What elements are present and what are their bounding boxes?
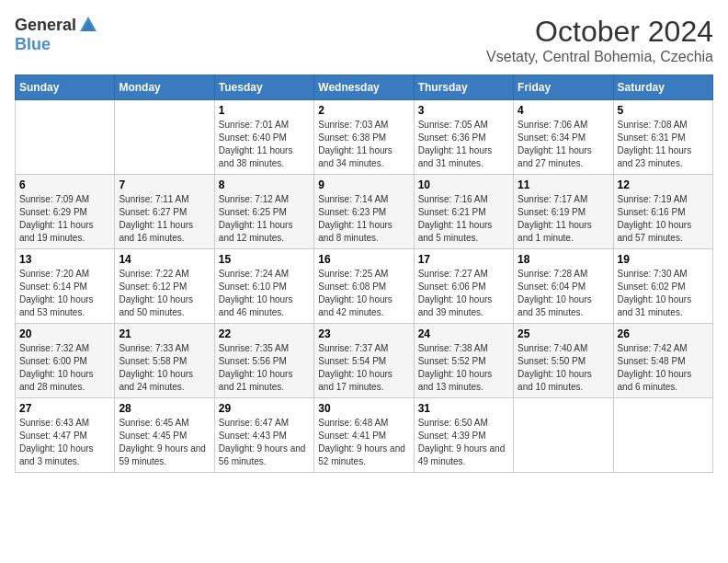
day-info: Sunrise: 6:48 AM Sunset: 4:41 PM Dayligh…	[318, 417, 409, 468]
calendar-cell: 30Sunrise: 6:48 AM Sunset: 4:41 PM Dayli…	[314, 398, 414, 473]
day-info: Sunrise: 7:14 AM Sunset: 6:23 PM Dayligh…	[318, 193, 409, 245]
calendar-cell: 20Sunrise: 7:32 AM Sunset: 6:00 PM Dayli…	[16, 324, 115, 398]
day-info: Sunrise: 7:19 AM Sunset: 6:16 PM Dayligh…	[618, 193, 709, 245]
calendar-cell: 21Sunrise: 7:33 AM Sunset: 5:58 PM Dayli…	[115, 324, 214, 398]
col-header-sunday: Sunday	[16, 75, 115, 100]
day-info: Sunrise: 7:32 AM Sunset: 6:00 PM Dayligh…	[19, 342, 110, 394]
logo-blue-text: Blue	[15, 35, 51, 54]
calendar-cell: 6Sunrise: 7:09 AM Sunset: 6:29 PM Daylig…	[16, 175, 115, 249]
logo: General Blue	[15, 15, 100, 54]
calendar-cell: 15Sunrise: 7:24 AM Sunset: 6:10 PM Dayli…	[214, 249, 313, 324]
day-info: Sunrise: 7:38 AM Sunset: 5:52 PM Dayligh…	[418, 342, 509, 394]
calendar-cell: 10Sunrise: 7:16 AM Sunset: 6:21 PM Dayli…	[414, 175, 513, 249]
day-number: 23	[318, 327, 409, 340]
day-number: 11	[518, 178, 609, 191]
day-number: 12	[618, 178, 709, 191]
day-number: 24	[418, 327, 509, 340]
col-header-wednesday: Wednesday	[314, 75, 414, 100]
day-info: Sunrise: 7:35 AM Sunset: 5:56 PM Dayligh…	[219, 342, 310, 394]
day-info: Sunrise: 6:50 AM Sunset: 4:39 PM Dayligh…	[418, 417, 509, 468]
day-info: Sunrise: 7:01 AM Sunset: 6:40 PM Dayligh…	[219, 119, 310, 170]
calendar-cell: 16Sunrise: 7:25 AM Sunset: 6:08 PM Dayli…	[314, 249, 414, 324]
day-info: Sunrise: 7:25 AM Sunset: 6:08 PM Dayligh…	[318, 268, 409, 319]
calendar-cell: 14Sunrise: 7:22 AM Sunset: 6:12 PM Dayli…	[115, 249, 214, 324]
day-number: 26	[618, 327, 709, 340]
day-number: 2	[318, 104, 409, 117]
day-number: 1	[219, 104, 310, 117]
calendar-table: SundayMondayTuesdayWednesdayThursdayFrid…	[15, 75, 713, 473]
day-info: Sunrise: 7:27 AM Sunset: 6:06 PM Dayligh…	[418, 268, 509, 319]
col-header-thursday: Thursday	[414, 75, 513, 100]
day-info: Sunrise: 7:03 AM Sunset: 6:38 PM Dayligh…	[318, 119, 409, 170]
calendar-cell: 12Sunrise: 7:19 AM Sunset: 6:16 PM Dayli…	[613, 175, 712, 249]
day-number: 19	[618, 253, 709, 266]
calendar-cell: 24Sunrise: 7:38 AM Sunset: 5:52 PM Dayli…	[414, 324, 513, 398]
day-info: Sunrise: 7:24 AM Sunset: 6:10 PM Dayligh…	[219, 268, 310, 319]
day-number: 27	[19, 402, 110, 415]
day-number: 21	[119, 327, 210, 340]
day-number: 20	[19, 327, 110, 340]
calendar-cell: 26Sunrise: 7:42 AM Sunset: 5:48 PM Dayli…	[613, 324, 712, 398]
calendar-cell: 13Sunrise: 7:20 AM Sunset: 6:14 PM Dayli…	[16, 249, 115, 324]
calendar-cell	[16, 100, 115, 175]
col-header-tuesday: Tuesday	[214, 75, 313, 100]
title-area: October 2024 Vsetaty, Central Bohemia, C…	[486, 15, 713, 65]
calendar-cell: 8Sunrise: 7:12 AM Sunset: 6:25 PM Daylig…	[214, 175, 313, 249]
day-number: 31	[418, 402, 509, 415]
day-info: Sunrise: 7:12 AM Sunset: 6:25 PM Dayligh…	[219, 193, 310, 245]
day-info: Sunrise: 7:16 AM Sunset: 6:21 PM Dayligh…	[418, 193, 509, 245]
logo-general-text: General	[15, 16, 76, 35]
day-info: Sunrise: 7:17 AM Sunset: 6:19 PM Dayligh…	[518, 193, 609, 245]
calendar-cell	[115, 100, 214, 175]
calendar-cell: 23Sunrise: 7:37 AM Sunset: 5:54 PM Dayli…	[314, 324, 414, 398]
day-info: Sunrise: 6:45 AM Sunset: 4:45 PM Dayligh…	[119, 417, 210, 468]
calendar-cell	[514, 398, 613, 473]
col-header-monday: Monday	[115, 75, 214, 100]
calendar-cell: 28Sunrise: 6:45 AM Sunset: 4:45 PM Dayli…	[115, 398, 214, 473]
day-number: 8	[219, 178, 310, 191]
day-info: Sunrise: 7:33 AM Sunset: 5:58 PM Dayligh…	[119, 342, 210, 394]
calendar-cell: 18Sunrise: 7:28 AM Sunset: 6:04 PM Dayli…	[514, 249, 613, 324]
day-number: 17	[418, 253, 509, 266]
day-info: Sunrise: 7:30 AM Sunset: 6:02 PM Dayligh…	[618, 268, 709, 319]
day-number: 6	[19, 178, 110, 191]
calendar-cell: 3Sunrise: 7:05 AM Sunset: 6:36 PM Daylig…	[414, 100, 513, 175]
day-number: 10	[418, 178, 509, 191]
calendar-cell: 4Sunrise: 7:06 AM Sunset: 6:34 PM Daylig…	[514, 100, 613, 175]
calendar-cell: 25Sunrise: 7:40 AM Sunset: 5:50 PM Dayli…	[514, 324, 613, 398]
day-number: 14	[119, 253, 210, 266]
day-info: Sunrise: 7:06 AM Sunset: 6:34 PM Dayligh…	[518, 119, 609, 170]
day-info: Sunrise: 7:20 AM Sunset: 6:14 PM Dayligh…	[19, 268, 110, 319]
day-info: Sunrise: 7:22 AM Sunset: 6:12 PM Dayligh…	[119, 268, 210, 319]
day-number: 25	[518, 327, 609, 340]
day-number: 9	[318, 178, 409, 191]
day-info: Sunrise: 7:09 AM Sunset: 6:29 PM Dayligh…	[19, 193, 110, 245]
day-number: 3	[418, 104, 509, 117]
calendar-cell: 22Sunrise: 7:35 AM Sunset: 5:56 PM Dayli…	[214, 324, 313, 398]
calendar-cell	[613, 398, 712, 473]
calendar-cell: 31Sunrise: 6:50 AM Sunset: 4:39 PM Dayli…	[414, 398, 513, 473]
day-info: Sunrise: 6:47 AM Sunset: 4:43 PM Dayligh…	[219, 417, 310, 468]
day-info: Sunrise: 7:42 AM Sunset: 5:48 PM Dayligh…	[618, 342, 709, 394]
calendar-cell: 9Sunrise: 7:14 AM Sunset: 6:23 PM Daylig…	[314, 175, 414, 249]
day-number: 15	[219, 253, 310, 266]
day-number: 5	[618, 104, 709, 117]
calendar-cell: 29Sunrise: 6:47 AM Sunset: 4:43 PM Dayli…	[214, 398, 313, 473]
col-header-saturday: Saturday	[613, 75, 712, 100]
logo-icon	[78, 15, 98, 35]
day-number: 16	[318, 253, 409, 266]
day-number: 7	[119, 178, 210, 191]
header: General Blue October 2024 Vsetaty, Centr…	[15, 15, 713, 65]
calendar-cell: 5Sunrise: 7:08 AM Sunset: 6:31 PM Daylig…	[613, 100, 712, 175]
calendar-cell: 1Sunrise: 7:01 AM Sunset: 6:40 PM Daylig…	[214, 100, 313, 175]
calendar-cell: 2Sunrise: 7:03 AM Sunset: 6:38 PM Daylig…	[314, 100, 414, 175]
col-header-friday: Friday	[514, 75, 613, 100]
day-info: Sunrise: 7:05 AM Sunset: 6:36 PM Dayligh…	[418, 119, 509, 170]
day-number: 18	[518, 253, 609, 266]
day-info: Sunrise: 7:40 AM Sunset: 5:50 PM Dayligh…	[518, 342, 609, 394]
day-number: 13	[19, 253, 110, 266]
calendar-cell: 7Sunrise: 7:11 AM Sunset: 6:27 PM Daylig…	[115, 175, 214, 249]
day-number: 28	[119, 402, 210, 415]
day-info: Sunrise: 7:11 AM Sunset: 6:27 PM Dayligh…	[119, 193, 210, 245]
day-info: Sunrise: 7:08 AM Sunset: 6:31 PM Dayligh…	[618, 119, 709, 170]
